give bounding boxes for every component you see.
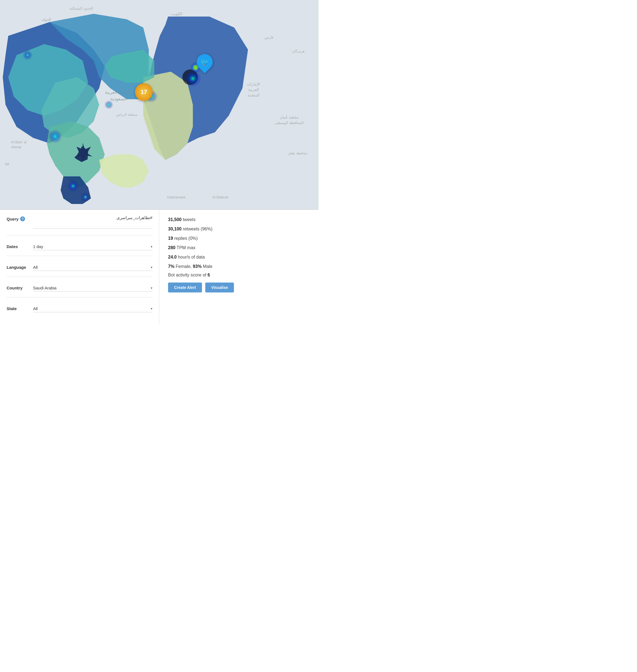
svg-text:Hadramawt: Hadramawt bbox=[167, 195, 186, 199]
query-label-text: Query bbox=[6, 217, 18, 221]
svg-point-37 bbox=[80, 192, 90, 202]
svg-text:سلطنة عُمان: سلطنة عُمان bbox=[280, 115, 299, 119]
replies-label: replies (0%) bbox=[174, 236, 198, 241]
svg-text:الجوف: الجوف bbox=[41, 17, 51, 22]
svg-point-33 bbox=[185, 70, 201, 87]
state-select[interactable]: All bbox=[33, 305, 152, 312]
country-select-wrapper: Saudi Arabia All UAE ▾ bbox=[33, 284, 152, 291]
state-row: State All ▾ bbox=[6, 305, 152, 318]
right-stats: 31,500 tweets 30,100 retweets (96%) 19 r… bbox=[159, 210, 318, 323]
bottom-panel: Query ? #تظاهرات_سراسری Dates 1 day 2 da… bbox=[0, 210, 318, 323]
retweets-stat: 30,100 retweets (96%) bbox=[168, 226, 310, 232]
dates-label: Dates bbox=[6, 243, 29, 249]
svg-text:الحدود الشمالية: الحدود الشمالية bbox=[69, 6, 93, 11]
language-select[interactable]: All Arabic English bbox=[33, 264, 152, 271]
svg-text:المحافظة الوسطى: المحافظة الوسطى bbox=[275, 121, 304, 125]
create-alert-button[interactable]: Create Alert bbox=[168, 283, 202, 293]
dates-select-wrapper: 1 day 2 days 3 days 7 days ▾ bbox=[33, 243, 152, 250]
svg-text:منطقة الرياض: منطقة الرياض bbox=[116, 112, 138, 117]
language-select-wrapper: All Arabic English ▾ bbox=[33, 264, 152, 271]
language-label-text: Language bbox=[6, 265, 26, 269]
dates-input-container: 1 day 2 days 3 days 7 days ▾ bbox=[33, 243, 152, 250]
state-select-wrapper: All ▾ bbox=[33, 305, 152, 312]
cluster-number: 17 bbox=[141, 88, 147, 96]
svg-text:Ahmar: Ahmar bbox=[11, 145, 22, 149]
svg-text:الإمارات: الإمارات bbox=[247, 82, 260, 87]
dates-row: Dates 1 day 2 days 3 days 7 days ▾ bbox=[6, 243, 152, 256]
cluster-bubble: 17 bbox=[135, 83, 153, 101]
svg-text:الكويت: الكويت bbox=[171, 12, 182, 16]
tpm-stat: 280 TPM max bbox=[168, 245, 310, 251]
query-label: Query ? bbox=[6, 215, 29, 221]
country-row: Country Saudi Arabia All UAE ▾ bbox=[6, 284, 152, 297]
tweets-label: tweets bbox=[183, 217, 195, 222]
bot-score-stat: Bot activity score of 6 bbox=[168, 272, 310, 278]
left-controls: Query ? #تظاهرات_سراسری Dates 1 day 2 da… bbox=[0, 210, 159, 323]
dates-label-text: Dates bbox=[6, 244, 18, 249]
language-label: Language bbox=[6, 264, 29, 269]
svg-text:هرمزگان: هرمزگان bbox=[292, 49, 305, 53]
state-label: State bbox=[6, 305, 29, 311]
svg-point-35 bbox=[48, 129, 62, 143]
twitter-bird-icon: 🐦 bbox=[200, 58, 209, 67]
map-svg: الإمارات العربية المتحدة سلطنة عُمان الم… bbox=[0, 0, 318, 210]
query-input-container: #تظاهرات_سراسری bbox=[33, 215, 152, 230]
svg-point-36 bbox=[67, 180, 79, 192]
state-label-text: State bbox=[6, 306, 17, 311]
svg-text:المتحدة: المتحدة bbox=[248, 93, 259, 97]
query-textarea[interactable]: #تظاهرات_سراسری bbox=[33, 215, 152, 229]
bot-score-prefix: Bot activity score of bbox=[168, 272, 206, 277]
svg-text:Nil: Nil bbox=[5, 162, 9, 166]
tpm-count: 280 bbox=[168, 245, 176, 250]
language-row: Language All Arabic English ▾ bbox=[6, 264, 152, 277]
tpm-label: TPM max bbox=[177, 245, 195, 250]
country-select[interactable]: Saudi Arabia All UAE bbox=[33, 284, 152, 291]
state-input-container: All ▾ bbox=[33, 305, 152, 312]
svg-text:محافظة ظفار: محافظة ظفار bbox=[288, 151, 307, 155]
map-container: الإمارات العربية المتحدة سلطنة عُمان الم… bbox=[0, 0, 318, 210]
svg-text:Al Bahr al: Al Bahr al bbox=[11, 140, 26, 144]
country-label: Country bbox=[6, 284, 29, 290]
country-input-container: Saudi Arabia All UAE ▾ bbox=[33, 284, 152, 291]
query-row: Query ? #تظاهرات_سراسری bbox=[6, 215, 152, 235]
visualise-button[interactable]: Visualise bbox=[205, 283, 234, 293]
tweets-stat: 31,500 tweets bbox=[168, 216, 310, 223]
replies-stat: 19 replies (0%) bbox=[168, 235, 310, 242]
query-help-icon[interactable]: ? bbox=[20, 216, 25, 221]
retweets-count: 30,100 bbox=[168, 227, 182, 231]
male-label: Male bbox=[203, 264, 213, 269]
hours-stat: 24.0 hour/s of data bbox=[168, 254, 310, 261]
replies-count: 19 bbox=[168, 236, 173, 241]
svg-point-40 bbox=[105, 100, 113, 109]
dates-select[interactable]: 1 day 2 days 3 days 7 days bbox=[33, 243, 152, 250]
male-pct: 93% bbox=[193, 264, 202, 269]
bot-score-value: 6 bbox=[207, 272, 210, 277]
gender-stat: 7% Female, 93% Male bbox=[168, 263, 310, 270]
twitter-pin-body: 🐦 bbox=[194, 51, 216, 73]
svg-text:السعودية: السعودية bbox=[110, 96, 127, 102]
svg-text:العربية: العربية bbox=[248, 87, 259, 92]
country-label-text: Country bbox=[6, 286, 23, 290]
tweets-count: 31,500 bbox=[168, 217, 182, 222]
svg-point-38 bbox=[23, 50, 33, 60]
language-input-container: All Arabic English ▾ bbox=[33, 264, 152, 271]
female-pct: 7% bbox=[168, 264, 175, 269]
action-buttons: Create Alert Visualise bbox=[168, 283, 310, 293]
twitter-pin: 🐦 bbox=[197, 54, 213, 70]
svg-text:المملكة العربية: المملكة العربية bbox=[105, 90, 132, 95]
female-label: Female, bbox=[176, 264, 192, 269]
hours-label: hour/s of data bbox=[178, 255, 205, 259]
svg-text:Al Mahrah: Al Mahrah bbox=[212, 195, 229, 199]
svg-text:فارس: فارس bbox=[265, 35, 273, 40]
hours-count: 24.0 bbox=[168, 255, 177, 259]
retweets-label: retweets (96%) bbox=[183, 227, 213, 231]
